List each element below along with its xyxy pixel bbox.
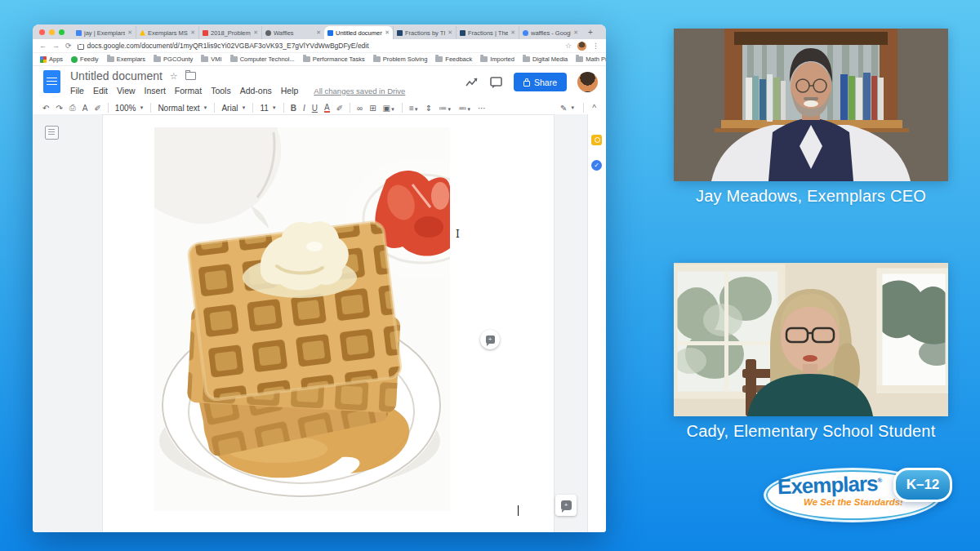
tab-close-icon[interactable]: ✕ bbox=[127, 29, 132, 36]
collapse-toolbar-icon[interactable]: ^ bbox=[592, 104, 596, 113]
browser-tab[interactable]: jay | Exemplars✕ bbox=[73, 26, 136, 39]
star-document-icon[interactable]: ☆ bbox=[170, 71, 178, 82]
paint-format-icon[interactable]: ✐ bbox=[94, 104, 100, 113]
browser-tab[interactable]: waffles - Google S✕ bbox=[519, 26, 581, 39]
menu-format[interactable]: Format bbox=[175, 86, 202, 96]
docs-menu-bar: FileEditViewInsertFormatToolsAdd-onsHelp… bbox=[70, 86, 405, 96]
line-spacing-icon[interactable]: ⇕ bbox=[425, 104, 432, 113]
browser-tab[interactable]: Untitled documen...✕ bbox=[324, 26, 393, 39]
bookmark-item[interactable]: Math Practices bbox=[576, 56, 606, 63]
bold-icon[interactable]: B bbox=[291, 104, 296, 113]
minimize-window-button[interactable] bbox=[49, 29, 55, 35]
bookmark-item[interactable]: Imported bbox=[480, 56, 514, 63]
tab-close-icon[interactable]: ✕ bbox=[385, 29, 390, 36]
redo-icon[interactable]: ↷ bbox=[56, 104, 62, 113]
insert-image-icon[interactable]: ▣▼ bbox=[383, 104, 395, 113]
google-tasks-icon[interactable]: ✓ bbox=[591, 160, 602, 171]
account-avatar[interactable] bbox=[577, 72, 598, 92]
video-feed-cady[interactable] bbox=[674, 263, 948, 416]
tab-close-icon[interactable]: ✕ bbox=[510, 29, 515, 36]
zoom-window-button[interactable] bbox=[59, 29, 65, 35]
menu-insert[interactable]: Insert bbox=[145, 86, 166, 96]
more-icon[interactable]: ⋯ bbox=[478, 104, 486, 113]
editing-mode-select[interactable]: ✎▼ bbox=[560, 104, 575, 113]
bookmarks-bar: AppsFeedlyExemplarsPGCOuntyVMIComputer T… bbox=[33, 53, 606, 66]
profile-avatar-small[interactable] bbox=[577, 42, 586, 51]
toolbar-separator bbox=[108, 103, 109, 113]
url-field[interactable]: docs.google.com/document/d/1myQR1lis9cYi… bbox=[78, 42, 559, 50]
bookmark-item[interactable]: PGCOunty bbox=[154, 56, 193, 63]
underline-icon[interactable]: U bbox=[312, 104, 318, 113]
bookmark-item[interactable]: Performance Tasks bbox=[303, 56, 365, 63]
bookmark-label: PGCOunty bbox=[163, 56, 193, 63]
share-button[interactable]: Share bbox=[514, 73, 567, 91]
tab-close-icon[interactable]: ✕ bbox=[573, 29, 578, 36]
browser-tab[interactable]: Fractions | The Mo✕ bbox=[456, 26, 519, 39]
insert-comment-icon[interactable]: ⊞ bbox=[369, 104, 376, 113]
spellcheck-icon[interactable]: A bbox=[82, 104, 88, 113]
toolbar-separator bbox=[150, 103, 151, 113]
video-feed-jay[interactable] bbox=[674, 29, 948, 181]
text-color-icon[interactable]: A bbox=[324, 104, 330, 113]
reload-button[interactable]: ⟳ bbox=[65, 42, 72, 50]
numbered-list-icon[interactable]: ≔▼ bbox=[439, 104, 452, 113]
tab-close-icon[interactable]: ✕ bbox=[253, 29, 258, 36]
menu-view[interactable]: View bbox=[117, 86, 136, 96]
font-size-select[interactable]: 11▼ bbox=[260, 104, 276, 113]
forward-button[interactable]: → bbox=[52, 42, 60, 50]
document-canvas[interactable]: I + + bbox=[33, 114, 588, 532]
menu-help[interactable]: Help bbox=[281, 86, 299, 96]
document-page[interactable] bbox=[102, 114, 555, 532]
align-icon[interactable]: ≡▼ bbox=[409, 104, 419, 113]
highlight-icon[interactable]: ✐ bbox=[336, 104, 343, 113]
tab-favicon bbox=[265, 30, 271, 36]
waffle-photo[interactable] bbox=[154, 127, 450, 511]
google-docs-icon[interactable] bbox=[43, 70, 60, 93]
styles-select[interactable]: Normal text▼ bbox=[158, 104, 207, 113]
comment-history-icon[interactable] bbox=[489, 77, 503, 88]
bookmark-item[interactable]: Computer Technol... bbox=[230, 56, 295, 63]
document-title[interactable]: Untitled document bbox=[70, 69, 163, 82]
save-status[interactable]: All changes saved in Drive bbox=[314, 87, 405, 96]
browser-tab[interactable]: Exemplars MS Ha...✕ bbox=[136, 26, 198, 39]
bookmark-item[interactable]: VMI bbox=[201, 56, 221, 63]
add-comment-button[interactable]: + bbox=[480, 330, 500, 349]
new-tab-button[interactable]: + bbox=[581, 26, 599, 39]
browser-tab[interactable]: 2018_Problem_Sol✕ bbox=[198, 26, 261, 39]
zoom-select[interactable]: 100%▼ bbox=[115, 104, 145, 113]
undo-icon[interactable]: ↶ bbox=[42, 104, 49, 113]
bookmark-item[interactable]: Exemplars bbox=[107, 56, 145, 63]
browser-tab[interactable]: Fractions by The N✕ bbox=[393, 26, 456, 39]
menu-tools[interactable]: Tools bbox=[211, 86, 231, 96]
document-outline-icon[interactable] bbox=[45, 126, 59, 140]
bulleted-list-icon[interactable]: ≕▼ bbox=[458, 104, 471, 113]
move-to-folder-icon[interactable] bbox=[185, 72, 196, 80]
browser-tab[interactable]: Waffles✕ bbox=[261, 26, 324, 39]
back-button[interactable]: ← bbox=[39, 42, 47, 50]
bookmark-star-icon[interactable]: ☆ bbox=[565, 42, 572, 50]
google-keep-icon[interactable] bbox=[591, 135, 602, 145]
insert-link-icon[interactable]: ∞ bbox=[357, 104, 363, 113]
bookmark-item[interactable]: Digital Media bbox=[523, 56, 568, 63]
chevron-down-icon: ▼ bbox=[414, 107, 419, 112]
font-family-select[interactable]: Arial▼ bbox=[221, 104, 246, 113]
browser-menu-icon[interactable]: ⋮ bbox=[592, 42, 599, 50]
bookmark-item[interactable]: Feedly bbox=[71, 56, 99, 63]
close-window-button[interactable] bbox=[39, 29, 45, 35]
activity-dashboard-icon[interactable] bbox=[465, 77, 479, 88]
bookmark-item[interactable]: Problem Solving bbox=[373, 56, 428, 63]
tab-close-icon[interactable]: ✕ bbox=[448, 29, 452, 36]
bookmark-item[interactable]: Apps bbox=[40, 56, 63, 63]
tab-close-icon[interactable]: ✕ bbox=[190, 29, 195, 36]
bookmark-item[interactable]: Feedback bbox=[435, 56, 472, 63]
tab-close-icon[interactable]: ✕ bbox=[316, 29, 321, 36]
print-icon[interactable]: ⎙ bbox=[69, 103, 76, 113]
italic-icon[interactable]: I bbox=[303, 104, 305, 113]
tab-favicon bbox=[460, 30, 466, 36]
toolbar-separator bbox=[214, 103, 215, 113]
explore-button[interactable]: + bbox=[555, 495, 577, 516]
menu-edit[interactable]: Edit bbox=[93, 86, 108, 96]
menu-file[interactable]: File bbox=[70, 86, 84, 96]
caption-cady: Cady, Elementary School Student bbox=[674, 422, 948, 441]
menu-addons[interactable]: Add-ons bbox=[240, 86, 272, 96]
